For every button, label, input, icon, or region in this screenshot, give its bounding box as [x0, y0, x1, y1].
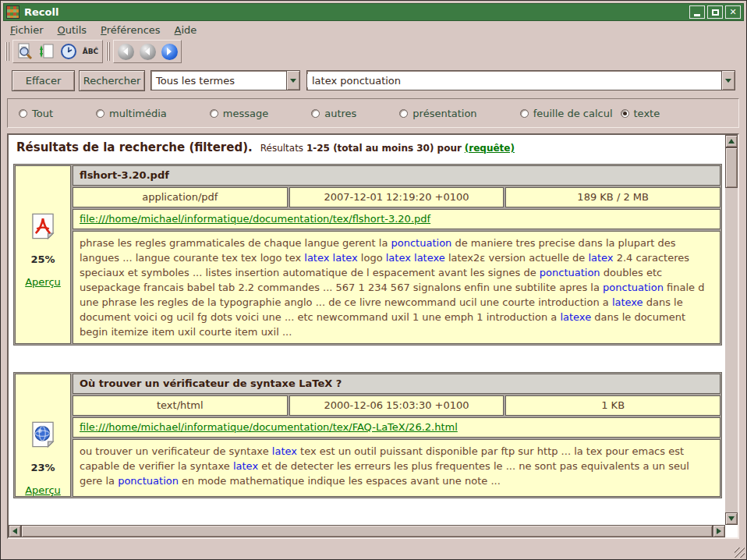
close-icon: ✕: [729, 8, 736, 16]
query-link[interactable]: (requête): [465, 143, 515, 154]
document-preview-button[interactable]: [15, 42, 35, 61]
first-page-icon: [118, 44, 134, 60]
previous-page-button[interactable]: [137, 42, 158, 61]
radio-icon: [96, 109, 104, 118]
highlighted-term: latex latex: [304, 252, 357, 264]
result-date: 2007-12-01 12:19:20 +0100: [289, 187, 504, 207]
arrow-up-icon: [728, 139, 735, 144]
filter-radio-autres[interactable]: autres: [311, 108, 356, 119]
next-page-button[interactable]: [159, 42, 179, 61]
window-controls: ✕: [689, 5, 741, 19]
filter-label: feuille de calcul: [533, 108, 613, 119]
scroll-up-button[interactable]: [725, 135, 738, 147]
search-button[interactable]: Rechercher: [79, 70, 145, 91]
relevance-percent: 25%: [30, 253, 55, 265]
arrow-down-icon: [728, 516, 735, 521]
result-title: flshort-3.20.pdf: [73, 165, 720, 186]
menu-preferences[interactable]: Préférences: [94, 23, 167, 37]
highlighted-term: latex: [233, 460, 258, 472]
minimize-button[interactable]: [689, 5, 705, 19]
preview-link[interactable]: Aperçu: [25, 276, 61, 288]
radio-icon: [399, 109, 408, 118]
result-url-link[interactable]: file:///home/michael/informatique/docume…: [80, 213, 430, 225]
sort-by-date-button[interactable]: [37, 42, 57, 61]
first-page-button[interactable]: [115, 42, 136, 61]
result-snippet: ou trouver un verificateur de syntaxe la…: [73, 439, 720, 497]
vertical-scrollbar[interactable]: [725, 135, 738, 525]
horizontal-scrollbar-thumb[interactable]: [21, 525, 713, 537]
menu-bar: FichierOutilsPréférencesAide: [3, 21, 744, 38]
result-snippet: phrase les regles grammaticales de chaqu…: [73, 231, 720, 344]
clear-button[interactable]: Effacer: [12, 70, 75, 91]
filter-radio-feuille-de-calcul[interactable]: feuille de calcul: [520, 108, 613, 119]
next-page-icon: [161, 44, 178, 60]
vertical-scrollbar-thumb[interactable]: [725, 147, 738, 188]
menu-aide[interactable]: Aide: [168, 23, 204, 37]
radio-icon: [520, 109, 529, 118]
close-button[interactable]: ✕: [725, 5, 741, 19]
result-title: Où trouver un vérificateur de syntaxe La…: [73, 374, 720, 394]
result-size: 1 KB: [505, 395, 720, 416]
filter-radio-tout[interactable]: Tout: [19, 108, 53, 119]
resize-grip[interactable]: [735, 548, 745, 558]
menu-fichier[interactable]: Fichier: [3, 23, 51, 37]
menu-outils[interactable]: Outils: [51, 23, 94, 37]
result-meta-row: application/pdf2007-12-01 12:19:20 +0100…: [73, 187, 720, 207]
search-history-dropdown-button[interactable]: [721, 71, 735, 90]
scroll-left-button[interactable]: [9, 525, 21, 537]
minimize-icon: [694, 14, 700, 16]
toolbar-grip[interactable]: [5, 42, 9, 61]
toolbar-group-main: ÂBĈ: [12, 40, 103, 63]
app-logo-icon: [6, 5, 19, 19]
search-input[interactable]: [307, 74, 721, 87]
result-meta-row: text/html2000-12-06 15:03:30 +01001 KB: [73, 395, 720, 416]
history-clock-icon: [60, 43, 77, 60]
filter-radio-message[interactable]: message: [210, 108, 268, 119]
recoll-window: Recoll ✕ FichierOutilsPréférencesAide: [0, 0, 747, 560]
result-entry: 23%AperçuOù trouver un vérificateur de s…: [13, 372, 722, 498]
filter-radio-multimedia[interactable]: multimédia: [96, 108, 167, 119]
filter-label: message: [223, 108, 268, 119]
highlighted-term: ponctuation: [118, 475, 179, 487]
arrow-left-icon: [12, 528, 17, 534]
scroll-right-button[interactable]: [713, 525, 725, 537]
result-url-link[interactable]: file:///home/michael/informatique/docume…: [80, 421, 458, 433]
filter-label: multimédia: [109, 108, 167, 119]
filter-label: texte: [634, 108, 660, 119]
results-summary: Résultats 1-25 (total au moins 30) pour …: [260, 143, 515, 154]
relevance-percent: 23%: [30, 462, 55, 473]
results-header: Résultats de la recherche (filtered).Rés…: [16, 140, 724, 154]
preview-link[interactable]: Aperçu: [25, 484, 61, 496]
filter-label: présentation: [412, 108, 476, 119]
maximize-icon: [712, 9, 719, 16]
results-frame: Résultats de la recherche (filtered).Rés…: [7, 133, 739, 539]
maximize-button[interactable]: [707, 5, 723, 19]
toolbar-grip[interactable]: [106, 42, 110, 61]
search-query-combo: [306, 70, 735, 90]
previous-page-icon: [140, 44, 156, 60]
filter-label: autres: [324, 108, 356, 119]
radio-icon: [210, 109, 218, 118]
vertical-scrollbar-track[interactable]: [725, 188, 738, 512]
sort-by-date-icon: [38, 43, 55, 60]
term-explorer-button[interactable]: ÂBĈ: [80, 42, 101, 61]
highlighted-term: latex: [272, 445, 297, 457]
history-button[interactable]: [58, 42, 79, 61]
filter-row: Toutmultimédiamessageautresprésentationf…: [7, 98, 739, 128]
chevron-down-icon: [290, 79, 296, 83]
scrollbar-corner: [725, 525, 738, 537]
highlighted-term: ponctuation: [391, 237, 452, 249]
results-list: Résultats de la recherche (filtered).Rés…: [9, 135, 725, 525]
highlighted-term: latexe: [612, 296, 643, 308]
term-explorer-abc-icon: ÂBĈ: [83, 48, 98, 55]
filter-radio-texte[interactable]: texte: [621, 108, 660, 119]
html-icon: [30, 421, 55, 451]
search-mode-dropdown-button[interactable]: [286, 71, 299, 90]
title-bar: Recoll ✕: [3, 3, 744, 21]
filter-radio-presentation[interactable]: présentation: [399, 108, 476, 119]
scroll-down-button[interactable]: [725, 512, 738, 525]
horizontal-scrollbar[interactable]: [9, 525, 725, 537]
result-url-row: file:///home/michael/informatique/docume…: [73, 209, 720, 229]
search-mode-select[interactable]: Tous les termes: [150, 70, 300, 90]
highlighted-term: ponctuation: [603, 282, 664, 293]
